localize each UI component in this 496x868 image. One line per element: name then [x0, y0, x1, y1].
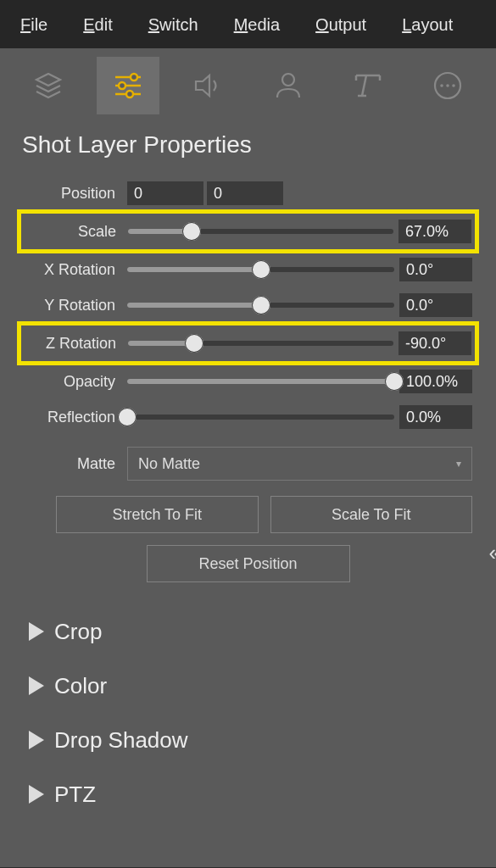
panel-toolbar — [0, 48, 496, 116]
stretch-to-fit-button[interactable]: Stretch To Fit — [56, 496, 259, 533]
properties-tab[interactable] — [97, 57, 159, 114]
opacity-slider[interactable] — [127, 370, 394, 392]
section-crop[interactable]: Crop — [29, 604, 474, 659]
reflection-value[interactable]: 0.0% — [399, 405, 472, 429]
matte-label: Matte — [24, 455, 120, 473]
layers-tab[interactable] — [17, 57, 80, 114]
matte-value: No Matte — [138, 455, 200, 473]
menu-edit[interactable]: Edit — [83, 15, 112, 35]
scale-to-fit-button[interactable]: Scale To Fit — [270, 496, 473, 533]
zrotation-label: Z Rotation — [25, 335, 121, 353]
position-x-input[interactable] — [127, 181, 203, 205]
reflection-label: Reflection — [24, 409, 120, 426]
svg-marker-7 — [196, 75, 209, 96]
xrotation-slider[interactable] — [127, 259, 394, 281]
reset-position-button[interactable]: Reset Position — [147, 545, 350, 582]
triangle-right-icon — [29, 785, 44, 804]
matte-row: Matte No Matte ▾ — [24, 443, 472, 484]
opacity-row: Opacity 100.0% — [24, 364, 472, 399]
yrotation-row: Y Rotation 0.0° — [24, 287, 472, 323]
chevron-down-icon: ▾ — [456, 458, 461, 470]
triangle-right-icon — [29, 622, 44, 641]
scale-row: Scale 67.0% — [25, 214, 471, 249]
reflection-row: Reflection 0.0% — [24, 399, 472, 435]
zrotation-row: Z Rotation -90.0° — [25, 326, 471, 361]
scale-slider[interactable] — [128, 220, 393, 242]
triangle-right-icon — [29, 676, 44, 695]
audio-tab[interactable] — [176, 57, 239, 114]
yrotation-value[interactable]: 0.0° — [399, 293, 472, 317]
svg-point-2 — [131, 74, 137, 81]
scale-label: Scale — [25, 223, 121, 241]
svg-point-4 — [119, 82, 125, 89]
menu-switch[interactable]: Switch — [148, 15, 198, 35]
menu-file[interactable]: File — [20, 15, 47, 35]
section-dropshadow-label: Drop Shadow — [54, 727, 188, 754]
svg-point-15 — [440, 84, 443, 87]
expand-panel-icon[interactable]: « — [489, 540, 491, 566]
reflection-slider[interactable] — [127, 406, 394, 428]
svg-point-8 — [282, 74, 294, 86]
triangle-right-icon — [29, 731, 44, 749]
opacity-value[interactable]: 100.0% — [399, 370, 472, 393]
page-title: Shot Layer Properties — [0, 116, 496, 170]
matte-select[interactable]: No Matte ▾ — [127, 447, 472, 481]
section-ptz[interactable]: PTZ — [29, 767, 474, 821]
xrotation-label: X Rotation — [24, 261, 120, 279]
scale-value[interactable]: 67.0% — [398, 220, 471, 243]
position-y-input[interactable] — [207, 181, 283, 205]
section-color[interactable]: Color — [29, 659, 474, 713]
section-dropshadow[interactable]: Drop Shadow — [29, 713, 474, 767]
menu-output[interactable]: Output — [315, 15, 366, 35]
menu-media[interactable]: Media — [234, 15, 280, 35]
yrotation-slider[interactable] — [127, 294, 394, 316]
xrotation-row: X Rotation 0.0° — [24, 252, 472, 287]
svg-point-16 — [446, 84, 449, 87]
opacity-label: Opacity — [24, 373, 120, 391]
person-tab[interactable] — [257, 57, 320, 114]
svg-point-17 — [452, 84, 455, 87]
zrotation-slider[interactable] — [128, 332, 393, 354]
position-label: Position — [24, 185, 120, 203]
svg-point-6 — [126, 91, 133, 97]
position-row: Position — [24, 175, 472, 211]
text-tab[interactable] — [337, 57, 399, 114]
menu-bar: File Edit Switch Media Output Layout — [0, 0, 496, 48]
section-ptz-label: PTZ — [54, 782, 96, 808]
svg-marker-0 — [36, 74, 60, 86]
section-color-label: Color — [54, 673, 107, 699]
yrotation-label: Y Rotation — [24, 297, 120, 314]
more-tab[interactable] — [416, 57, 479, 114]
menu-layout[interactable]: Layout — [402, 15, 453, 35]
xrotation-value[interactable]: 0.0° — [399, 258, 472, 281]
zrotation-value[interactable]: -90.0° — [398, 331, 471, 355]
svg-line-12 — [362, 75, 366, 96]
section-crop-label: Crop — [54, 619, 102, 645]
